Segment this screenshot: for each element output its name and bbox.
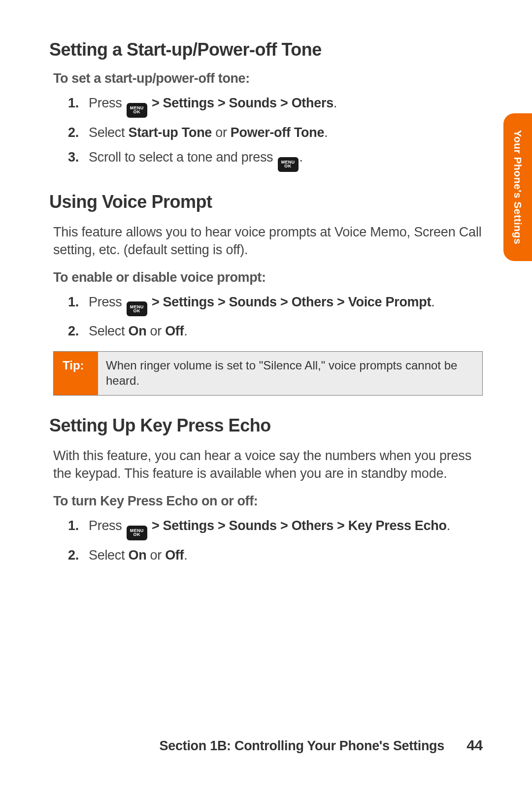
step-bold: Off xyxy=(165,324,184,338)
heading-voice-prompt: Using Voice Prompt xyxy=(49,192,483,212)
step-path: > Settings > Sounds > Others > Key Press… xyxy=(148,518,447,533)
step-text: Select xyxy=(89,324,128,338)
intro-key-press-echo: With this feature, you can hear a voice … xyxy=(53,447,483,483)
step-number: 2. xyxy=(68,123,79,143)
subhead-voice-prompt: To enable or disable voice prompt: xyxy=(53,270,483,285)
step-number: 1. xyxy=(68,93,79,113)
subhead-startup-tone: To set a start-up/power-off tone: xyxy=(53,71,483,86)
step-item: 1. Press MENUOK > Settings > Sounds > Ot… xyxy=(53,93,483,118)
step-bold: Power-off Tone xyxy=(231,125,324,140)
step-item: 2. Select On or Off. xyxy=(53,545,483,565)
step-text: or xyxy=(146,324,165,338)
menu-ok-key-icon: MENUOK xyxy=(127,301,147,316)
tip-label: Tip: xyxy=(54,352,98,395)
step-item: 2. Select Start-up Tone or Power-off Ton… xyxy=(53,123,483,143)
step-bold: Start-up Tone xyxy=(128,125,212,140)
step-text: Select xyxy=(89,548,128,563)
step-path: > Settings > Sounds > Others > Voice Pro… xyxy=(148,295,431,309)
step-item: 1. Press MENUOK > Settings > Sounds > Ot… xyxy=(53,516,483,540)
step-bold: On xyxy=(128,548,146,563)
page-footer: Section 1B: Controlling Your Phone's Set… xyxy=(160,737,483,754)
step-number: 2. xyxy=(68,545,79,565)
footer-page-number: 44 xyxy=(466,737,483,753)
step-item: 2. Select On or Off. xyxy=(53,321,483,341)
intro-voice-prompt: This feature allows you to hear voice pr… xyxy=(53,223,483,259)
steps-voice-prompt: 1. Press MENUOK > Settings > Sounds > Ot… xyxy=(53,292,483,341)
step-text: Press xyxy=(89,295,126,309)
heading-key-press-echo: Setting Up Key Press Echo xyxy=(49,415,483,436)
step-text: Press xyxy=(89,518,126,533)
side-tab: Your Phone's Settings xyxy=(503,113,532,261)
step-text: or xyxy=(212,125,231,140)
menu-ok-key-icon: MENUOK xyxy=(127,103,147,118)
tip-body: When ringer volume is set to "Silence Al… xyxy=(98,352,482,395)
step-item: 3. Scroll to select a tone and press MEN… xyxy=(53,147,483,172)
step-bold: On xyxy=(128,324,146,338)
heading-startup-tone: Setting a Start-up/Power-off Tone xyxy=(49,39,483,60)
side-tab-label: Your Phone's Settings xyxy=(512,130,524,244)
step-item: 1. Press MENUOK > Settings > Sounds > Ot… xyxy=(53,292,483,317)
step-path: > Settings > Sounds > Others xyxy=(148,96,333,110)
step-text: or xyxy=(146,548,165,563)
step-text: Scroll to select a tone and press xyxy=(89,150,277,165)
subhead-key-press-echo: To turn Key Press Echo on or off: xyxy=(53,494,483,509)
steps-key-press-echo: 1. Press MENUOK > Settings > Sounds > Ot… xyxy=(53,516,483,565)
menu-ok-key-icon: MENUOK xyxy=(127,526,147,540)
step-text: Select xyxy=(89,125,128,140)
step-number: 2. xyxy=(68,321,79,341)
step-number: 1. xyxy=(68,292,79,312)
footer-section: Section 1B: Controlling Your Phone's Set… xyxy=(160,738,444,753)
step-number: 3. xyxy=(68,147,79,167)
tip-box: Tip: When ringer volume is set to "Silen… xyxy=(53,351,483,396)
steps-startup-tone: 1. Press MENUOK > Settings > Sounds > Ot… xyxy=(53,93,483,172)
step-text: Press xyxy=(89,96,126,110)
menu-ok-key-icon: MENUOK xyxy=(278,157,299,172)
step-bold: Off xyxy=(165,548,184,563)
page-content: Setting a Start-up/Power-off Tone To set… xyxy=(0,0,532,565)
step-number: 1. xyxy=(68,516,79,536)
